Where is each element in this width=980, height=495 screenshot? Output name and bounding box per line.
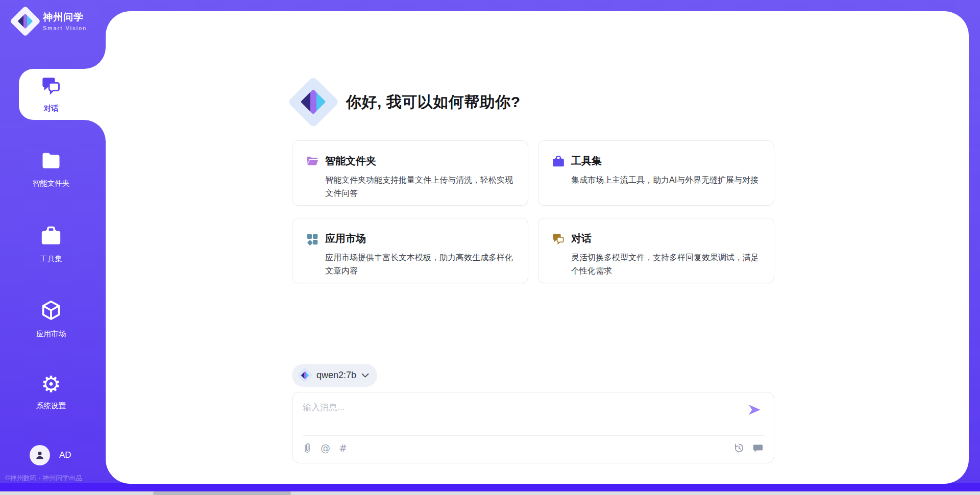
composer-divider [303, 435, 764, 436]
chat-icon [40, 76, 62, 98]
grid-icon [306, 233, 319, 246]
greeting-logo-icon [292, 81, 335, 123]
card-description: 应用市场提供丰富长文本模板，助力高效生成多样化文章内容 [325, 251, 513, 278]
card-app-market[interactable]: 应用市场 应用市场提供丰富长文本模板，助力高效生成多样化文章内容 [292, 218, 528, 283]
composer-tools-left: @ # [303, 442, 347, 454]
sidebar-item-settings[interactable]: ⚙ 系统设置 [0, 373, 102, 411]
card-title: 工具集 [571, 154, 760, 168]
bottom-accent-strip [0, 483, 980, 491]
card-description: 集成市场上主流工具，助力AI与外界无缝扩展与对接 [571, 174, 760, 187]
composer-tools-right [733, 442, 764, 454]
card-description: 灵活切换多模型文件，支持多样回复效果调试，满足个性化需求 [571, 251, 760, 278]
sidebar: 神州问学 Smart Vision 对话 智能文件夹 [0, 0, 106, 495]
card-smart-folder[interactable]: 智能文件夹 智能文件夹功能支持批量文件上传与清洗，轻松实现文件问答 [292, 140, 528, 206]
app-subtitle: Smart Vision [43, 25, 87, 31]
user-name: AD [59, 450, 71, 460]
toolbox-icon [552, 155, 565, 168]
chevron-down-icon [361, 373, 369, 378]
card-toolset[interactable]: 工具集 集成市场上主流工具，助力AI与外界无缝扩展与对接 [538, 140, 774, 206]
diamond-logo-icon [298, 369, 311, 382]
horizontal-scrollbar[interactable] [0, 491, 980, 495]
folder-open-icon [306, 155, 319, 168]
sidebar-item-market[interactable]: 应用市场 [0, 299, 102, 339]
card-chat[interactable]: 对话 灵活切换多模型文件，支持多样回复效果调试，满足个性化需求 [538, 218, 774, 283]
app-name: 神州问学 [43, 11, 87, 24]
toolbox-icon [40, 226, 62, 249]
sidebar-item-tools[interactable]: 工具集 [0, 226, 102, 264]
avatar [30, 445, 50, 465]
sidebar-item-label: 系统设置 [36, 401, 66, 411]
scrollbar-thumb[interactable] [153, 491, 291, 495]
sidebar-item-label: 对话 [44, 104, 59, 113]
app-logo-icon [12, 8, 38, 34]
sidebar-item-chat[interactable]: 对话 [0, 76, 102, 113]
brand[interactable]: 神州问学 Smart Vision [12, 8, 87, 34]
person-icon [34, 449, 46, 461]
card-title: 智能文件夹 [325, 154, 513, 168]
paperclip-icon[interactable] [303, 442, 312, 454]
card-title: 对话 [571, 232, 760, 245]
chat-icon [552, 233, 565, 246]
folder-icon [40, 152, 62, 173]
gear-icon: ⚙ [41, 373, 61, 395]
card-description: 智能文件夹功能支持批量文件上传与清洗，轻松实现文件问答 [325, 174, 513, 200]
send-icon[interactable] [747, 403, 762, 417]
sidebar-item-label: 应用市场 [36, 329, 66, 339]
message-input[interactable] [303, 402, 738, 432]
feature-cards: 智能文件夹 智能文件夹功能支持批量文件上传与清洗，轻松实现文件问答 工具集 集成… [292, 140, 774, 283]
card-title: 应用市场 [325, 232, 513, 245]
hash-icon[interactable]: # [339, 442, 347, 454]
sidebar-item-label: 智能文件夹 [33, 179, 70, 188]
copyright-text: ©神州数码 · 神州问学出品 [5, 474, 82, 483]
user-account[interactable]: AD [30, 445, 71, 465]
history-icon[interactable] [733, 442, 745, 454]
at-icon[interactable]: @ [321, 442, 330, 454]
greeting-row: 你好, 我可以如何帮助你? [292, 81, 521, 123]
message-composer: @ # [292, 392, 774, 463]
chat-bubble-icon[interactable] [752, 442, 764, 454]
model-name: qwen2:7b [316, 370, 356, 381]
greeting-title: 你好, 我可以如何帮助你? [346, 92, 521, 113]
cube-icon [40, 299, 62, 324]
model-selector[interactable]: qwen2:7b [292, 364, 377, 387]
sidebar-item-label: 工具集 [40, 254, 62, 264]
sidebar-item-folder[interactable]: 智能文件夹 [0, 152, 102, 188]
